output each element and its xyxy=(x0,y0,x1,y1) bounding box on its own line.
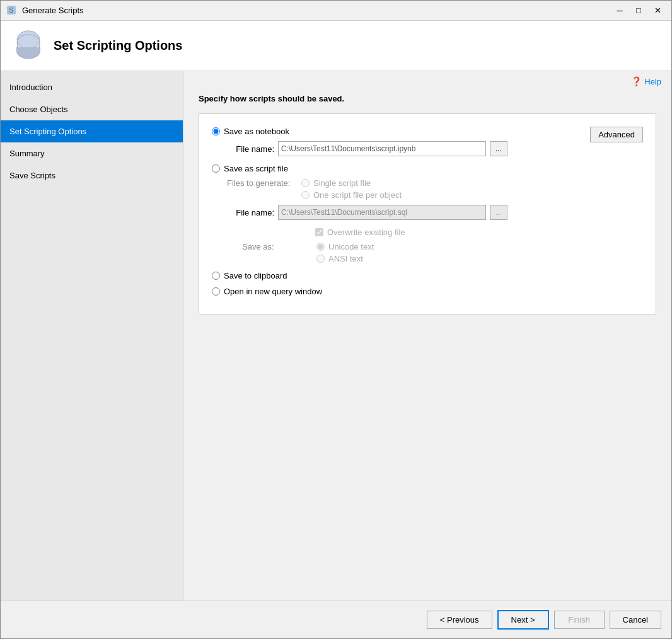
save-as-sub: Save as: Unicode text ANSI text xyxy=(242,242,643,263)
script-file-input xyxy=(278,205,486,220)
save-to-clipboard-row: Save to clipboard xyxy=(212,271,643,280)
single-script-label: Single script file xyxy=(313,178,371,188)
save-as-notebook-row: Save as notebook xyxy=(212,127,590,136)
header-area: Set Scripting Options xyxy=(1,21,671,71)
script-browse-button: ... xyxy=(490,205,507,220)
save-as-notebook-label[interactable]: Save as notebook xyxy=(224,127,289,136)
open-query-window-row: Open in new query window xyxy=(212,287,643,296)
files-to-generate-radio-group: Single script file One script file per o… xyxy=(301,178,402,200)
app-icon: S xyxy=(6,4,18,17)
ansi-text-radio xyxy=(316,255,325,263)
sidebar-item-save-scripts[interactable]: Save Scripts xyxy=(1,164,183,187)
save-as-label: Save as: xyxy=(242,242,311,251)
svg-point-4 xyxy=(17,31,40,49)
close-button[interactable]: ✕ xyxy=(649,4,666,17)
one-script-per-obj-radio xyxy=(301,191,310,199)
open-query-window-label[interactable]: Open in new query window xyxy=(224,287,322,296)
save-as-notebook-radio[interactable] xyxy=(212,127,220,135)
script-file-row: File name: ... xyxy=(227,205,643,220)
notebook-browse-button[interactable]: ... xyxy=(490,141,507,156)
save-to-clipboard-radio[interactable] xyxy=(212,272,220,280)
previous-button[interactable]: < Previous xyxy=(427,611,492,629)
sidebar-item-introduction[interactable]: Introduction xyxy=(1,76,183,98)
maximize-button[interactable]: □ xyxy=(630,4,647,17)
window-title: Generate Scripts xyxy=(22,6,611,15)
footer: < Previous Next > Finish Cancel xyxy=(1,601,671,638)
help-icon: ❓ xyxy=(631,76,642,86)
save-as-radio-group: Unicode text ANSI text xyxy=(316,242,374,263)
save-as-script-row: Save as script file xyxy=(212,164,643,173)
sidebar-item-choose-objects[interactable]: Choose Objects xyxy=(1,98,183,120)
advanced-button[interactable]: Advanced xyxy=(590,127,643,142)
main-content: Specify how scripts should be saved. Adv… xyxy=(183,89,671,601)
cancel-button[interactable]: Cancel xyxy=(610,611,661,629)
header-icon xyxy=(11,28,46,64)
help-link[interactable]: ❓ Help xyxy=(631,76,661,86)
open-query-window-radio[interactable] xyxy=(212,287,220,296)
single-script-row: Single script file xyxy=(301,178,402,188)
files-to-generate-label: Files to generate: xyxy=(227,178,296,188)
window: S Generate Scripts ─ □ ✕ Set Scripting O… xyxy=(0,0,672,639)
title-bar: S Generate Scripts ─ □ ✕ xyxy=(1,1,671,21)
minimize-button[interactable]: ─ xyxy=(611,4,629,17)
overwrite-label: Overwrite existing file xyxy=(327,227,405,237)
save-as-notebook-group: Save as notebook File name: ... xyxy=(212,127,643,156)
overwrite-checkbox xyxy=(315,228,323,236)
form-panel: Advanced Save as notebook File name: ... xyxy=(199,113,656,314)
finish-button[interactable]: Finish xyxy=(554,611,605,629)
save-as-script-radio[interactable] xyxy=(212,164,220,173)
ansi-text-row: ANSI text xyxy=(316,254,374,263)
save-as-script-group: Save as script file Files to generate: S… xyxy=(212,164,643,263)
main-header: ❓ Help xyxy=(183,71,671,89)
notebook-file-input[interactable] xyxy=(278,141,486,156)
one-script-per-obj-row: One script file per object xyxy=(301,190,402,200)
overwrite-checkbox-row: Overwrite existing file xyxy=(315,227,643,237)
next-button[interactable]: Next > xyxy=(497,610,549,630)
help-label: Help xyxy=(644,77,661,86)
content-area: Introduction Choose Objects Set Scriptin… xyxy=(1,71,671,601)
unicode-text-radio xyxy=(316,243,325,251)
one-script-per-obj-label: One script file per object xyxy=(313,190,402,200)
save-to-clipboard-label[interactable]: Save to clipboard xyxy=(224,271,287,280)
window-controls: ─ □ ✕ xyxy=(611,4,666,17)
sidebar-item-summary[interactable]: Summary xyxy=(1,142,183,164)
script-file-label: File name: xyxy=(227,208,274,217)
notebook-file-row: File name: ... xyxy=(227,141,590,156)
header-title: Set Scripting Options xyxy=(54,38,182,53)
svg-text:S: S xyxy=(9,6,13,14)
sidebar: Introduction Choose Objects Set Scriptin… xyxy=(1,71,183,601)
unicode-text-row: Unicode text xyxy=(316,242,374,251)
notebook-file-label: File name: xyxy=(227,144,274,154)
ansi-text-label: ANSI text xyxy=(328,254,363,263)
main-panel: ❓ Help Specify how scripts should be sav… xyxy=(183,71,671,601)
single-script-radio xyxy=(301,179,310,187)
sidebar-item-set-scripting-options[interactable]: Set Scripting Options xyxy=(1,120,183,142)
unicode-text-label: Unicode text xyxy=(328,242,374,251)
save-as-script-label[interactable]: Save as script file xyxy=(224,164,288,173)
page-title: Specify how scripts should be saved. xyxy=(199,94,656,103)
files-to-generate-sub: Files to generate: Single script file On… xyxy=(227,178,643,263)
